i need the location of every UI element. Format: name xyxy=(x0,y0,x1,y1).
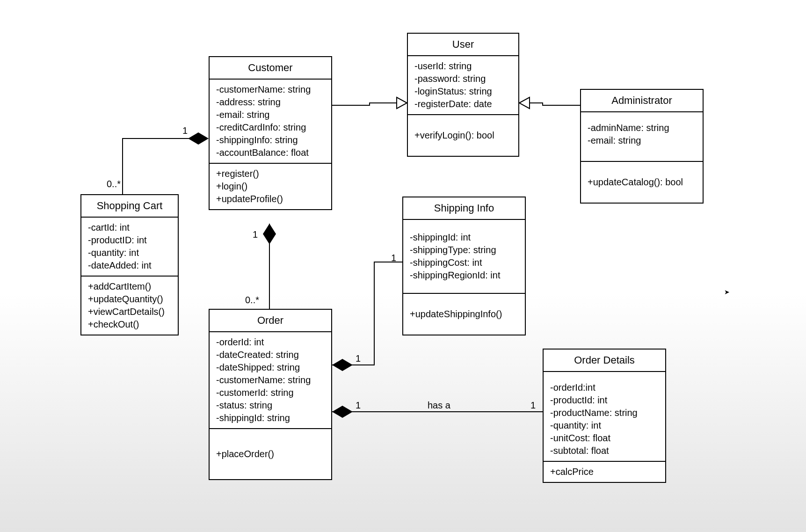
class-user-name: User xyxy=(408,34,518,56)
multiplicity-label: 1 xyxy=(391,253,396,263)
operation: +viewCartDetails() xyxy=(88,306,171,318)
attribute: -customerName: string xyxy=(216,83,325,96)
multiplicity-label: 1 xyxy=(253,229,258,240)
svg-marker-5 xyxy=(332,406,353,418)
multiplicity-label: 1 xyxy=(356,353,361,364)
class-shipping-info: Shipping Info -shippingId: int -shipping… xyxy=(402,197,526,335)
attribute: -shippingInfo: string xyxy=(216,134,325,146)
class-customer: Customer -customerName: string -address:… xyxy=(209,56,332,210)
uml-canvas: User -userId: string -password: string -… xyxy=(0,0,806,532)
multiplicity-label: 1 xyxy=(530,400,536,411)
operation: +addCartItem() xyxy=(88,280,171,293)
svg-marker-3 xyxy=(263,224,276,244)
class-shopping-cart-operations: +addCartItem() +updateQuantity() +viewCa… xyxy=(81,277,178,335)
operation: +updateProfile() xyxy=(216,193,325,205)
class-customer-name: Customer xyxy=(210,57,331,80)
operation: +register() xyxy=(216,168,325,180)
attribute: -customerId: string xyxy=(216,386,325,399)
attribute: -password: string xyxy=(414,73,512,85)
class-order-details-attributes: -orderId:int -productId: int -productNam… xyxy=(544,372,665,462)
attribute: -productID: int xyxy=(88,234,171,247)
class-shopping-cart: Shopping Cart -cartId: int -productID: i… xyxy=(80,194,179,335)
operation: +calcPrice xyxy=(550,466,659,478)
attribute: -shippingId: string xyxy=(216,412,325,424)
attribute: -accountBalance: float xyxy=(216,146,325,159)
attribute: -shippingId: int xyxy=(410,231,518,244)
attribute: -dateShipped: string xyxy=(216,361,325,374)
class-user-operations: +verifyLogin(): bool xyxy=(408,115,518,156)
multiplicity-label: 0..* xyxy=(107,179,121,189)
class-administrator-name: Administrator xyxy=(581,90,703,112)
attribute: -address: string xyxy=(216,96,325,109)
multiplicity-label: 1 xyxy=(356,400,361,411)
class-shopping-cart-attributes: -cartId: int -productID: int -quantity: … xyxy=(81,218,178,277)
class-user: User -userId: string -password: string -… xyxy=(407,33,519,157)
attribute: -customerName: string xyxy=(216,374,325,386)
class-order-details-operations: +calcPrice xyxy=(544,462,665,482)
class-order-details-name: Order Details xyxy=(544,350,665,372)
class-shipping-info-operations: +updateShippingInfo() xyxy=(403,294,525,335)
operation: +updateCatalog(): bool xyxy=(588,176,696,189)
attribute: -creditCardInfo: string xyxy=(216,121,325,134)
operation: +updateShippingInfo() xyxy=(410,308,518,321)
attribute: -orderId:int xyxy=(550,381,659,394)
association-label: has a xyxy=(428,400,450,411)
multiplicity-label: 1 xyxy=(182,125,188,136)
attribute: -quantity: int xyxy=(88,247,171,259)
attribute: -orderId: int xyxy=(216,336,325,349)
svg-marker-2 xyxy=(188,132,209,145)
attribute: -adminName: string xyxy=(588,122,696,134)
operation: +placeOrder() xyxy=(216,448,325,460)
attribute: -productId: int xyxy=(550,394,659,407)
svg-marker-4 xyxy=(332,359,353,371)
multiplicity-label: 0..* xyxy=(245,295,259,306)
attribute: -shippingType: string xyxy=(410,244,518,256)
attribute: -productName: string xyxy=(550,407,659,419)
attribute: -email: string xyxy=(216,109,325,121)
operation: +checkOut() xyxy=(88,318,171,331)
class-customer-operations: +register() +login() +updateProfile() xyxy=(210,164,331,209)
attribute: -status: string xyxy=(216,399,325,412)
attribute: -shippingCost: int xyxy=(410,256,518,269)
attribute: -userId: string xyxy=(414,60,512,73)
class-order-name: Order xyxy=(210,310,331,332)
operation: +updateQuantity() xyxy=(88,293,171,306)
attribute: -registerDate: date xyxy=(414,98,512,110)
operation: +login() xyxy=(216,180,325,193)
class-customer-attributes: -customerName: string -address: string -… xyxy=(210,80,331,164)
class-administrator-attributes: -adminName: string -email: string xyxy=(581,112,703,162)
attribute: -unitCost: float xyxy=(550,432,659,445)
attribute: -dateCreated: string xyxy=(216,349,325,361)
svg-marker-1 xyxy=(519,97,530,109)
class-shopping-cart-name: Shopping Cart xyxy=(81,195,178,218)
attribute: -quantity: int xyxy=(550,419,659,432)
attribute: -subtotal: float xyxy=(550,445,659,457)
attribute: -shippingRegionId: int xyxy=(410,269,518,282)
class-order-attributes: -orderId: int -dateCreated: string -date… xyxy=(210,332,331,429)
cursor-icon: ➤ xyxy=(724,288,730,296)
attribute: -cartId: int xyxy=(88,221,171,234)
attribute: -loginStatus: string xyxy=(414,85,512,98)
class-shipping-info-name: Shipping Info xyxy=(403,197,525,220)
class-administrator-operations: +updateCatalog(): bool xyxy=(581,162,703,203)
attribute: -dateAdded: int xyxy=(88,259,171,272)
operation: +verifyLogin(): bool xyxy=(414,129,512,142)
svg-marker-0 xyxy=(397,97,407,109)
class-order-details: Order Details -orderId:int -productId: i… xyxy=(543,349,666,483)
class-order-operations: +placeOrder() xyxy=(210,429,331,479)
attribute: -email: string xyxy=(588,134,696,147)
class-shipping-info-attributes: -shippingId: int -shippingType: string -… xyxy=(403,220,525,294)
class-order: Order -orderId: int -dateCreated: string… xyxy=(209,309,332,480)
class-administrator: Administrator -adminName: string -email:… xyxy=(580,89,704,204)
class-user-attributes: -userId: string -password: string -login… xyxy=(408,56,518,115)
